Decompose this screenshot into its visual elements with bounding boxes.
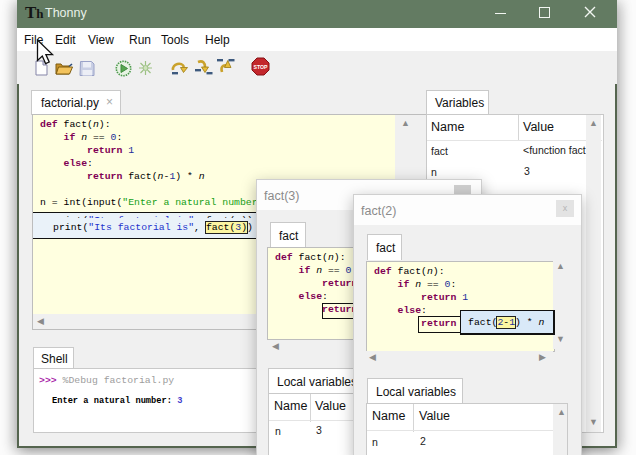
svg-text:STOP: STOP: [253, 64, 268, 70]
